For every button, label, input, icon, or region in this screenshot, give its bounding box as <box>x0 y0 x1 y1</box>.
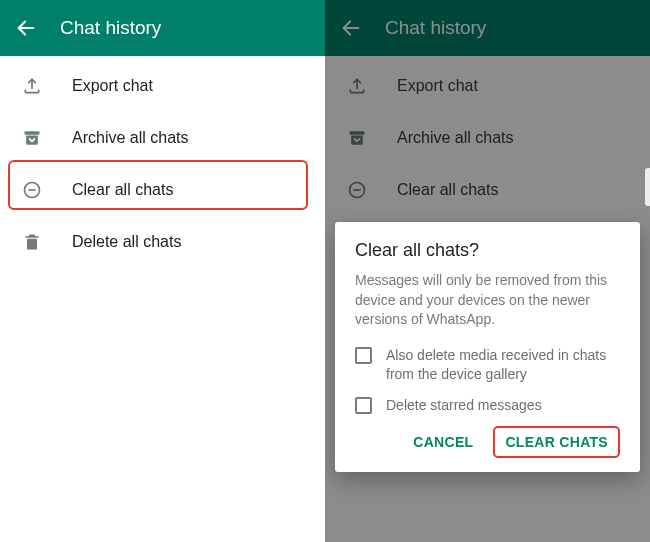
menu-item-label: Delete all chats <box>72 233 181 251</box>
archive-icon <box>20 126 44 150</box>
phone-left: Chat history Export chat Archive all cha… <box>0 0 325 542</box>
scroll-indicator <box>645 168 650 206</box>
menu-item-delete[interactable]: Delete all chats <box>0 216 325 268</box>
menu-item-export[interactable]: Export chat <box>0 60 325 112</box>
menu-item-label: Clear all chats <box>72 181 173 199</box>
menu-item-archive[interactable]: Archive all chats <box>0 112 325 164</box>
phone-right: Chat history Export chat Archive all cha… <box>325 0 650 542</box>
checkbox-delete-starred[interactable]: Delete starred messages <box>355 396 620 415</box>
checkbox-delete-media[interactable]: Also delete media received in chats from… <box>355 346 620 384</box>
clear-circle-icon <box>20 178 44 202</box>
checkbox-icon <box>355 347 372 364</box>
dialog-actions: CANCEL CLEAR CHATS <box>355 426 620 458</box>
dialog-title: Clear all chats? <box>355 240 620 261</box>
upload-icon <box>20 74 44 98</box>
checkbox-label: Also delete media received in chats from… <box>386 346 620 384</box>
menu-item-clear[interactable]: Clear all chats <box>0 164 325 216</box>
clear-chats-dialog: Clear all chats? Messages will only be r… <box>335 222 640 472</box>
cancel-button[interactable]: CANCEL <box>403 426 483 458</box>
page-title: Chat history <box>60 17 161 39</box>
menu-list: Export chat Archive all chats Clear all … <box>0 56 325 268</box>
back-icon[interactable] <box>14 16 38 40</box>
menu-item-label: Archive all chats <box>72 129 189 147</box>
svg-rect-5 <box>27 239 37 250</box>
trash-icon <box>20 230 44 254</box>
dialog-body: Messages will only be removed from this … <box>355 271 620 330</box>
app-header: Chat history <box>0 0 325 56</box>
checkbox-label: Delete starred messages <box>386 396 542 415</box>
clear-chats-button[interactable]: CLEAR CHATS <box>493 426 620 458</box>
menu-item-label: Export chat <box>72 77 153 95</box>
checkbox-icon <box>355 397 372 414</box>
svg-rect-2 <box>25 131 40 134</box>
screenshot-pair: Chat history Export chat Archive all cha… <box>0 0 650 542</box>
